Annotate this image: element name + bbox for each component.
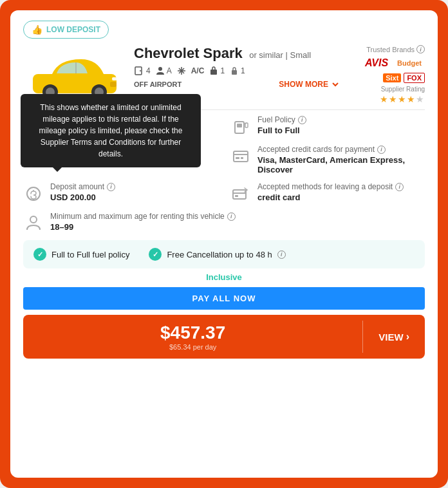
- fuel-content: Fuel Policy i Full to Full: [257, 115, 306, 135]
- fuel-label: Fuel Policy i: [257, 115, 306, 124]
- age-detail: Minimum and maximum age for renting this…: [23, 212, 425, 234]
- inclusive-label: Inclusive: [23, 272, 425, 282]
- car-features: 4 A A/C 1: [134, 66, 340, 76]
- fuel-value: Full to Full: [257, 126, 306, 135]
- show-more-button[interactable]: SHOW MORE: [279, 80, 340, 89]
- age-info-icon[interactable]: i: [227, 212, 236, 221]
- svg-rect-24: [245, 123, 248, 127]
- person-feature: A: [156, 66, 172, 75]
- cancellation-check-icon: [149, 248, 162, 261]
- thumb-up-icon: 👍: [32, 24, 42, 35]
- svg-rect-33: [241, 157, 243, 159]
- svg-point-41: [30, 216, 37, 223]
- car-info: Chevrolet Spark or similar | Small 4 A: [134, 45, 340, 89]
- deposit-methods-detail: Accepted methods for leaving a deposit i…: [230, 182, 425, 204]
- svg-rect-17: [232, 70, 237, 75]
- deposit-content: Deposit amount i USD 200.00: [50, 182, 115, 202]
- person-age-icon: [23, 213, 44, 234]
- pay-now-button[interactable]: PAY ALL NOW: [23, 287, 425, 310]
- deposit-detail: Deposit amount i USD 200.00: [23, 182, 218, 204]
- age-value: 18–99: [50, 222, 236, 232]
- mileage-tooltip: This shows whether a limited or unlimite…: [21, 94, 201, 167]
- location-text: OFF AIRPORT: [134, 80, 182, 88]
- fuel-detail: Fuel Policy i Full to Full: [230, 115, 425, 137]
- bag-feature: 1: [209, 66, 225, 75]
- svg-rect-22: [237, 124, 242, 127]
- svg-rect-8: [110, 82, 117, 87]
- location-bar: OFF AIRPORT SHOW MORE: [134, 80, 340, 89]
- sixt-logo: Sixt: [383, 73, 401, 82]
- svg-rect-37: [233, 190, 246, 199]
- brand-logos: AVIS Budget: [362, 56, 425, 70]
- deposit-info-icon[interactable]: i: [107, 183, 115, 191]
- feature-bar: Full to Full fuel policy Free Cancellati…: [23, 240, 425, 268]
- fuel-policy-feature: Full to Full fuel policy: [33, 248, 129, 261]
- deposit-icon: [23, 183, 44, 204]
- svg-rect-32: [236, 157, 239, 159]
- age-content: Minimum and maximum age for renting this…: [50, 212, 236, 232]
- deposit-methods-info-icon[interactable]: i: [395, 183, 404, 191]
- fuel-info-icon[interactable]: i: [298, 116, 306, 124]
- credit-cards-info-icon[interactable]: i: [377, 145, 386, 154]
- door-feature: 4: [134, 66, 151, 76]
- fox-logo: FOX: [404, 73, 425, 83]
- price-main: $457.37 $65.34 per day: [23, 315, 362, 359]
- credit-cards-value: Visa, MasterCard, American Express, Disc…: [257, 155, 425, 174]
- deposit-methods-label: Accepted methods for leaving a deposit i: [257, 182, 404, 191]
- deposit-methods-value: credit card: [257, 192, 404, 202]
- svg-point-10: [140, 70, 141, 71]
- fuel-check-icon: [33, 248, 46, 261]
- supplier-stars: ★★★★★: [380, 94, 425, 104]
- deposit-methods-content: Accepted methods for leaving a deposit i…: [257, 182, 404, 202]
- low-deposit-badge[interactable]: 👍 LOW DEPOSIT: [23, 21, 109, 39]
- cancellation-feature: Free Cancellation up to 48 h i: [149, 248, 285, 261]
- price-bar[interactable]: $457.37 $65.34 per day VIEW ›: [23, 315, 425, 359]
- credit-card-icon: [230, 146, 251, 167]
- bag2-feature: 1: [230, 66, 245, 75]
- deposit-method-icon: [230, 183, 251, 204]
- credit-cards-label: Accepted credit cards for payment i: [257, 145, 425, 154]
- ac-feature: A/C: [191, 66, 205, 75]
- age-label: Minimum and maximum age for renting this…: [50, 212, 236, 221]
- trusted-brands-info-icon[interactable]: i: [416, 45, 425, 53]
- trusted-brands-label: Trusted Brands i: [366, 45, 425, 53]
- supplier-rating-label: Supplier Rating: [381, 86, 425, 93]
- snowflake-feature: [177, 66, 186, 75]
- car-subtitle: or similar | Small: [249, 50, 311, 60]
- brand-logos-2: Sixt FOX: [383, 73, 425, 83]
- view-button[interactable]: VIEW ›: [363, 331, 425, 343]
- svg-rect-16: [210, 70, 217, 75]
- svg-point-11: [158, 67, 162, 71]
- card: 👍 LOW DEPOSIT: [10, 10, 438, 478]
- budget-logo: Budget: [394, 58, 425, 68]
- credit-cards-detail: Accepted credit cards for payment i Visa…: [230, 145, 425, 174]
- svg-point-34: [27, 187, 40, 200]
- credit-cards-content: Accepted credit cards for payment i Visa…: [257, 145, 425, 174]
- deposit-label: Deposit amount i: [50, 182, 115, 191]
- price-per-day: $65.34 per day: [31, 343, 355, 351]
- card-body: 👍 LOW DEPOSIT: [10, 10, 438, 478]
- chevron-right-icon: ›: [406, 331, 409, 343]
- deposit-value: USD 200.00: [50, 192, 115, 202]
- outer-frame: 👍 LOW DEPOSIT: [0, 0, 448, 488]
- fuel-icon: [230, 117, 251, 137]
- svg-rect-7: [112, 77, 117, 80]
- car-name: Chevrolet Spark: [134, 45, 243, 61]
- avis-logo: AVIS: [362, 56, 391, 70]
- svg-rect-39: [235, 195, 238, 197]
- svg-rect-30: [234, 151, 248, 162]
- trusted-brands: Trusted Brands i AVIS Budget Sixt FOX Su…: [348, 45, 425, 104]
- price-amount: $457.37: [31, 323, 355, 343]
- low-deposit-label: LOW DEPOSIT: [46, 25, 100, 34]
- cancellation-info-icon[interactable]: i: [277, 250, 286, 259]
